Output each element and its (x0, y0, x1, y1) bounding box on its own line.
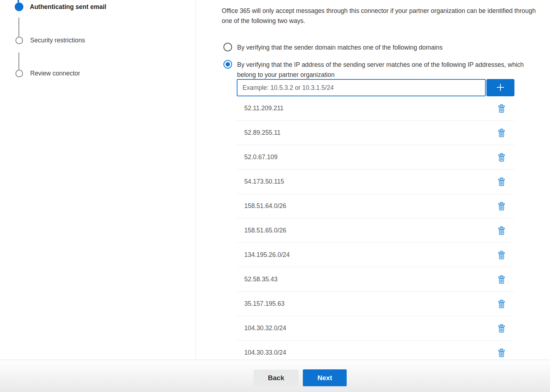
delete-ip-button[interactable] (497, 299, 506, 309)
radio-label: By verifying that the sender domain matc… (237, 42, 443, 52)
delete-ip-button[interactable] (497, 128, 506, 138)
ip-address: 104.30.32.0/24 (244, 324, 286, 332)
delete-ip-button[interactable] (497, 250, 506, 260)
step-connector-line (18, 18, 19, 37)
ip-add-row (237, 79, 514, 96)
ip-address: 158.51.65.0/26 (244, 227, 286, 234)
trash-icon (498, 182, 505, 187)
trash-icon (498, 133, 505, 138)
ip-row: 52.11.209.211 (236, 96, 514, 121)
step-label: Authenticating sent email (30, 3, 106, 11)
ip-address: 52.11.209.211 (244, 105, 283, 112)
wizard-footer: Back Next (0, 360, 550, 392)
delete-ip-button[interactable] (497, 348, 506, 358)
delete-ip-button[interactable] (497, 323, 506, 333)
ip-row: 158.51.64.0/26 (236, 194, 514, 218)
delete-ip-button[interactable] (497, 201, 506, 211)
delete-ip-button[interactable] (497, 103, 506, 114)
trash-icon (498, 255, 505, 260)
ip-row: 35.157.195.63 (236, 292, 514, 316)
radio-label: By verifying that the IP address of the … (237, 60, 535, 80)
wizard-steps-sidebar: Authenticating sent email Security restr… (0, 0, 196, 360)
step-connector-line (18, 52, 19, 72)
ip-row: 104.30.32.0/24 (236, 316, 514, 341)
ip-row: 52.58.35.43 (236, 267, 514, 292)
wizard-step-security-restrictions[interactable]: Security restrictions (0, 37, 85, 44)
ip-address-input[interactable] (237, 79, 486, 96)
ip-row: 52.89.255.11 (236, 121, 514, 145)
ip-row: 54.173.50.115 (236, 170, 514, 194)
trash-icon (498, 304, 505, 309)
delete-ip-button[interactable] (497, 226, 506, 236)
ip-address-list: 52.11.209.211 52.89.255.11 (236, 96, 514, 365)
trash-icon (498, 231, 505, 236)
step-indicator-icon (15, 3, 23, 11)
ip-address: 158.51.64.0/26 (244, 202, 286, 210)
ip-row: 158.51.65.0/26 (236, 218, 514, 243)
plus-icon (495, 82, 506, 94)
step-content: Office 365 will only accept messages thr… (222, 0, 550, 360)
trash-icon (498, 109, 505, 114)
ip-address: 134.195.26.0/24 (244, 251, 290, 259)
wizard-step-review-connector[interactable]: Review connector (0, 70, 80, 77)
trash-icon (498, 328, 505, 334)
step-indicator-icon (15, 37, 23, 44)
ip-address: 52.89.255.11 (244, 129, 281, 137)
ip-address: 52.58.35.43 (244, 276, 277, 283)
radio-button[interactable] (223, 60, 232, 69)
ip-address: 54.173.50.115 (244, 178, 284, 185)
ip-address: 35.157.195.63 (244, 300, 285, 308)
trash-icon (498, 206, 505, 212)
add-ip-button[interactable] (486, 79, 514, 96)
ip-address: 104.30.33.0/24 (244, 349, 286, 356)
wizard-step-authenticating-sent-email[interactable]: Authenticating sent email (0, 3, 106, 11)
ip-address: 52.0.67.109 (244, 153, 277, 161)
delete-ip-button[interactable] (497, 152, 506, 162)
intro-text: Office 365 will only accept messages thr… (222, 6, 548, 26)
radio-button[interactable] (223, 43, 232, 51)
ip-row: 134.195.26.0/24 (236, 243, 514, 267)
verification-option: By verifying that the IP address of the … (223, 60, 535, 80)
trash-icon (498, 353, 505, 358)
verification-option: By verifying that the sender domain matc… (223, 42, 443, 52)
next-button[interactable]: Next (303, 369, 347, 386)
trash-icon (498, 280, 505, 285)
delete-ip-button[interactable] (497, 177, 506, 187)
step-label: Security restrictions (30, 37, 85, 44)
step-label: Review connector (30, 70, 80, 77)
connector-wizard-page: Authenticating sent email Security restr… (0, 0, 550, 392)
step-indicator-icon (15, 70, 23, 77)
ip-row: 52.0.67.109 (236, 145, 514, 170)
back-button[interactable]: Back (254, 370, 299, 386)
trash-icon (498, 157, 505, 163)
delete-ip-button[interactable] (497, 275, 506, 285)
